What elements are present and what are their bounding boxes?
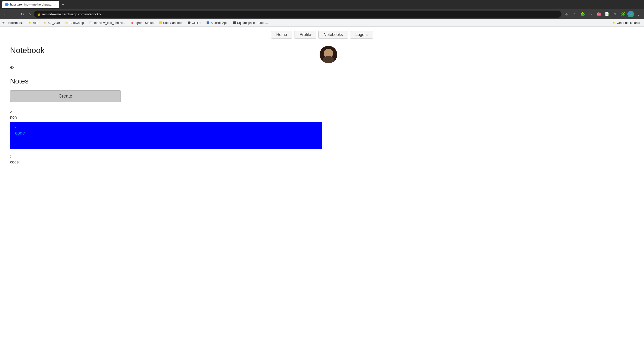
- nav-menu: Home Profile Notebooks Logout: [0, 27, 644, 41]
- note-label-1: non: [10, 115, 342, 120]
- svg-point-3: [326, 52, 327, 53]
- svg-rect-6: [322, 60, 335, 63]
- bookmark-squarespace[interactable]: ⬛Squarespace - Blood...: [231, 21, 270, 25]
- avatar-image: [320, 46, 337, 63]
- bookmarks-sidebar-button[interactable]: 📑: [603, 11, 610, 18]
- bookmark-ngrok-icon: N: [130, 21, 134, 25]
- note-chevron-2[interactable]: >: [10, 154, 342, 159]
- wallet-button[interactable]: 👛: [595, 11, 602, 18]
- notebook-name: ex: [10, 65, 342, 70]
- bookmark-squarespace-icon: ⬛: [233, 21, 236, 25]
- note-label-2: code: [10, 160, 342, 164]
- tab-favicon: 🌐: [5, 3, 9, 6]
- forward-button[interactable]: →: [11, 11, 18, 17]
- user-avatar: [320, 46, 337, 63]
- nav-notebooks[interactable]: Notebooks: [318, 31, 348, 39]
- page-content: Home Profile Notebooks Logout: [0, 27, 644, 347]
- note-chevron-1[interactable]: >: [10, 110, 342, 114]
- note-item-1: > non • code: [10, 110, 342, 149]
- new-tab-button[interactable]: +: [60, 2, 66, 7]
- bookmark-ngrok[interactable]: Nngrok - Status: [128, 21, 156, 25]
- note-block-blue-1: • code: [10, 122, 322, 149]
- bookmark-codesandbox-icon: 🟨: [159, 21, 162, 25]
- svg-point-2: [324, 47, 333, 52]
- notes-section-title: Notes: [10, 77, 342, 85]
- note-block-label-1: code: [15, 131, 25, 136]
- n-button[interactable]: N: [611, 11, 618, 18]
- bookmark-bootcamp-icon: 📁: [65, 21, 68, 25]
- svg-rect-7: [327, 58, 330, 61]
- lock-icon: 🔒: [37, 13, 41, 16]
- bookmark-all[interactable]: 📁ALL: [26, 21, 40, 25]
- bookmark-star-button[interactable]: ☆: [571, 11, 578, 18]
- bookmark-bookmarks[interactable]: Bookmarks: [6, 21, 25, 25]
- address-bar[interactable]: 🔒 remind----me.herokuapp.com/notebook/9: [34, 11, 561, 18]
- brave-shield-button[interactable]: 🛡: [587, 11, 594, 18]
- browser-tabs: 🌐 https://remind----me.herokuap... × +: [0, 0, 644, 9]
- svg-point-5: [328, 53, 329, 55]
- profile-circle[interactable]: J: [627, 11, 634, 17]
- bookmarks-label-icon: ★: [2, 21, 5, 25]
- svg-point-4: [330, 52, 331, 53]
- bookmark-all-icon: 📁: [28, 21, 32, 25]
- main-content: Notebook ex Notes Create > non • code > …: [0, 41, 352, 175]
- extensions-button[interactable]: 🧩: [619, 11, 626, 18]
- home-button[interactable]: ⌂: [27, 11, 32, 17]
- bookmark-interview[interactable]: 📄Interview_info_behavi...: [87, 21, 127, 25]
- url-text: remind----me.herokuapp.com/notebook/9: [42, 12, 101, 16]
- bookmark-github[interactable]: ⚫GitHub: [185, 21, 203, 25]
- bookmark-other-icon: 📁: [612, 21, 616, 25]
- tab-close-button[interactable]: ×: [54, 3, 56, 7]
- browser-chrome: 🌐 https://remind----me.herokuap... × + ←…: [0, 0, 644, 27]
- bookmark-bootcamp[interactable]: 📁BootCamp: [63, 21, 86, 25]
- bookmarks-bar: ★ Bookmarks 📁ALL 📁a/A_JOB 📁BootCamp 📄Int…: [0, 19, 644, 27]
- bookmark-interview-icon: 📄: [89, 21, 92, 25]
- nav-logout[interactable]: Logout: [350, 31, 373, 39]
- nav-home[interactable]: Home: [271, 31, 292, 39]
- share-icon-button[interactable]: ⎋: [563, 11, 570, 18]
- nav-icons: ⎋ ☆ 🧩 🛡 👛 📑 N 🧩 J ⋮: [563, 11, 642, 18]
- bookmark-codesandbox[interactable]: 🟨CodeSandbox: [157, 21, 184, 25]
- bookmark-stackbit[interactable]: 🟦Stackbit App: [204, 21, 230, 25]
- bookmark-stackbit-icon: 🟦: [206, 21, 210, 25]
- note-item-2: > code: [10, 154, 342, 164]
- back-button[interactable]: ←: [2, 11, 9, 17]
- tab-title: https://remind----me.herokuap...: [10, 3, 53, 6]
- create-note-button[interactable]: Create: [10, 90, 121, 102]
- bookmark-ajob[interactable]: 📁a/A_JOB: [41, 21, 62, 25]
- page-title: Notebook: [10, 46, 342, 55]
- menu-button[interactable]: ⋮: [635, 11, 642, 18]
- refresh-button[interactable]: ↻: [19, 11, 25, 18]
- active-tab[interactable]: 🌐 https://remind----me.herokuap... ×: [2, 1, 59, 8]
- nav-profile[interactable]: Profile: [294, 31, 316, 39]
- browser-nav: ← → ↻ ⌂ 🔒 remind----me.herokuapp.com/not…: [0, 9, 644, 19]
- extension-puzzle-button[interactable]: 🧩: [579, 11, 586, 18]
- bookmark-ajob-icon: 📁: [43, 21, 47, 25]
- bookmark-github-icon: ⚫: [187, 21, 191, 25]
- bookmark-other[interactable]: 📁Other bookmarks: [610, 21, 642, 25]
- note-bullet-1: •: [15, 126, 317, 128]
